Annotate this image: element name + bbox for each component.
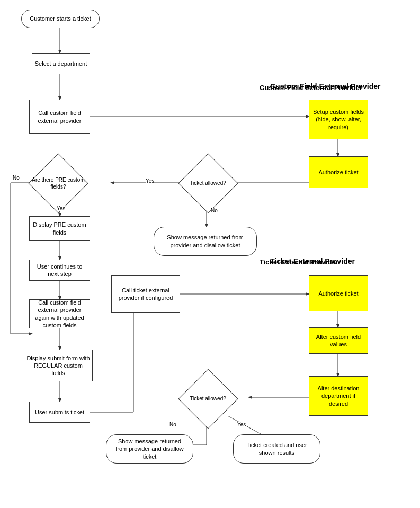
flowchart-diagram: Custom Field External Provider Ticket Ex… [0,0,420,508]
yes-label-2: Yes [57,206,65,211]
display-submit-node: Display submit form with REGULAR custom … [24,350,93,381]
alter-custom-node: Alter custom field values [309,327,368,354]
select-dept-node: Select a department [32,53,90,74]
call-custom-field-node: Call custom field external provider [29,100,90,134]
display-pre-node: Display PRE custom fields [29,216,90,241]
authorize-ticket-1-node: Authorize ticket [309,156,368,188]
setup-custom-fields-node: Setup custom fields (hide, show, alter, … [309,100,368,139]
no-label-1: No [211,208,218,213]
user-submits-node: User submits ticket [29,402,90,423]
no-label-3: No [169,422,176,427]
alter-dest-node: Alter destination department if desired [309,376,368,416]
ticket-created-node: Ticket created and user shown results [233,434,320,464]
user-continues-node: User continues to next step [29,260,90,281]
call-custom-again-node: Call custom field external provider agai… [29,299,90,328]
yes-label-1: Yes [146,178,154,184]
section-title-ticket: Ticket External Provider [260,258,338,266]
call-ticket-ext-node: Call ticket external provider if configu… [111,275,180,313]
ticket-allowed-1-diamond: Ticket allowed? [183,163,233,203]
ticket-allowed-2-diamond: Ticket allowed? [183,379,233,418]
customer-starts-node: Customer starts a ticket [21,10,100,28]
authorize-ticket-2-node: Authorize ticket [309,275,368,311]
show-msg-2-node: Show message returned from provider and … [106,434,193,464]
yes-label-3: Yes [237,422,246,427]
no-label-2: No [13,175,20,181]
are-there-pre-diamond: Are there PRE custom fields? [29,163,87,203]
show-msg-1-node: Show message returned from provider and … [154,227,257,256]
section-title-custom: Custom Field External Provider [260,84,362,92]
